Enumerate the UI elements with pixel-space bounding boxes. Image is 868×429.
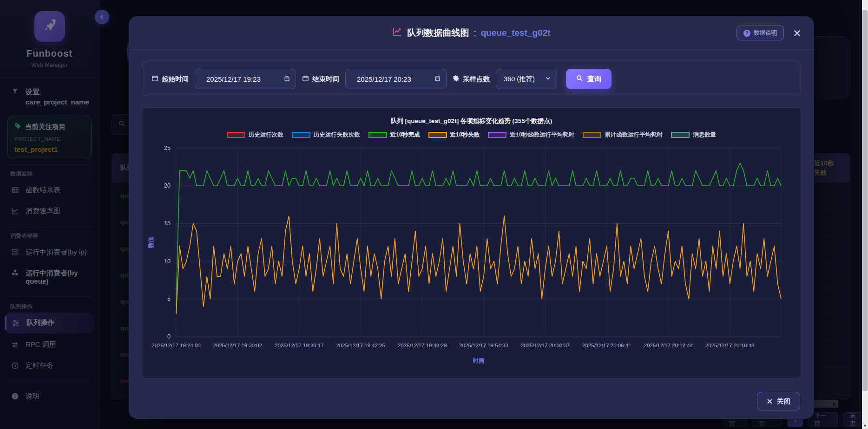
svg-text:15: 15 — [164, 220, 171, 227]
legend-item[interactable]: 历史运行失败次数 — [292, 131, 360, 139]
legend-color-box — [428, 132, 447, 138]
series-近10秒完成 — [176, 163, 781, 307]
legend-label: 历史运行失败次数 — [314, 131, 360, 139]
queue-name: queue_test_g02t — [481, 28, 551, 38]
chevron-down-icon — [545, 75, 551, 83]
start-time-input[interactable]: 2025/12/17 19:23 — [195, 69, 296, 89]
legend-color-box — [292, 132, 310, 138]
legend-color-box — [227, 132, 245, 138]
svg-text:0: 0 — [167, 333, 171, 340]
start-time-label: 起始时间 — [151, 75, 189, 84]
legend-item[interactable]: 累计函数运行平均耗时 — [583, 131, 663, 139]
svg-text:25: 25 — [164, 145, 171, 151]
end-time-label: 结束时间 — [302, 75, 339, 84]
svg-text:2025/12/17 20:12:44: 2025/12/17 20:12:44 — [644, 343, 693, 348]
legend-label: 消息数量 — [693, 131, 716, 139]
legend-color-box — [583, 132, 601, 138]
search-icon — [576, 75, 583, 83]
question-icon: ? — [743, 30, 750, 37]
svg-text:2025/12/17 19:48:29: 2025/12/17 19:48:29 — [397, 343, 447, 348]
modal-title: 队列数据曲线图: queue_test_g02t — [392, 26, 550, 39]
y-axis-title: 数值 — [148, 236, 154, 249]
legend-label: 历史运行次数 — [249, 131, 283, 139]
modal-close-button[interactable]: 关闭 — [757, 392, 800, 410]
close-icon[interactable] — [793, 29, 801, 37]
line-chart[interactable]: 05101520252025/12/17 19:24:002025/12/17 … — [146, 142, 797, 372]
modal-header: 队列数据曲线图: queue_test_g02t ? 数据说明 — [129, 16, 814, 50]
legend-item[interactable]: 近10秒完成 — [368, 131, 420, 139]
sample-points-select[interactable]: 360 (推荐) — [496, 69, 557, 89]
legend-color-box — [488, 132, 506, 138]
legend-label: 近10秒完成 — [390, 131, 420, 139]
gear-icon — [453, 75, 460, 83]
query-button[interactable]: 查询 — [566, 69, 612, 89]
calendar-icon — [302, 75, 309, 83]
chart-legend: 历史运行次数历史运行失败次数近10秒完成近10秒失败近10秒函数运行平均耗时累计… — [142, 131, 801, 139]
vscroll-down-arrow[interactable]: ▼ — [862, 423, 868, 428]
svg-text:10: 10 — [164, 258, 171, 265]
chart-icon — [392, 26, 402, 39]
svg-text:2025/12/17 20:18:48: 2025/12/17 20:18:48 — [705, 343, 754, 348]
x-axis-title: 时间 — [473, 358, 484, 364]
svg-text:2025/12/17 19:54:33: 2025/12/17 19:54:33 — [459, 343, 508, 348]
calendar-icon — [151, 75, 158, 83]
calendar-picker-icon[interactable] — [284, 75, 290, 83]
svg-text:2025/12/17 19:42:25: 2025/12/17 19:42:25 — [336, 343, 385, 348]
legend-label: 近10秒失败 — [450, 131, 480, 139]
chart-title: 队列 [queue_test_g02t] 各项指标变化趋势 (355个数据点) — [142, 117, 801, 125]
data-help-button[interactable]: ? 数据说明 — [736, 26, 784, 40]
series-近10秒失败 — [176, 216, 781, 314]
legend-item[interactable]: 历史运行次数 — [227, 131, 283, 139]
vscroll-thumb[interactable] — [862, 10, 868, 391]
legend-item[interactable]: 消息数量 — [671, 131, 716, 139]
end-time-input[interactable]: 2025/12/17 20:23 — [345, 69, 447, 89]
svg-text:2025/12/17 19:36:17: 2025/12/17 19:36:17 — [275, 343, 324, 348]
chart-panel: 队列 [queue_test_g02t] 各项指标变化趋势 (355个数据点) … — [142, 107, 801, 378]
svg-text:5: 5 — [167, 296, 171, 302]
svg-text:2025/12/17 19:30:02: 2025/12/17 19:30:02 — [213, 343, 262, 348]
queue-curve-modal: 队列数据曲线图: queue_test_g02t ? 数据说明 起始时间 — [129, 16, 814, 419]
svg-text:2025/12/17 20:06:41: 2025/12/17 20:06:41 — [582, 343, 631, 348]
vertical-scrollbar[interactable]: ▼ — [862, 0, 868, 429]
legend-color-box — [368, 132, 387, 138]
legend-item[interactable]: 近10秒失败 — [428, 131, 480, 139]
svg-text:2025/12/17 19:24:00: 2025/12/17 19:24:00 — [151, 343, 201, 348]
legend-label: 近10秒函数运行平均耗时 — [510, 131, 574, 139]
legend-item[interactable]: 近10秒函数运行平均耗时 — [488, 131, 574, 139]
filter-bar: 起始时间 2025/12/17 19:23 结束时间 2025/12/17 20… — [142, 62, 801, 96]
svg-text:2025/12/17 20:00:37: 2025/12/17 20:00:37 — [520, 343, 570, 348]
legend-label: 累计函数运行平均耗时 — [605, 131, 663, 139]
legend-color-box — [671, 132, 690, 138]
svg-text:20: 20 — [164, 182, 171, 189]
sample-points-label: 采样点数 — [453, 75, 490, 84]
app-root: Funboost Web Manager 设置 care_project_nam… — [0, 0, 868, 429]
calendar-picker-icon[interactable] — [434, 75, 441, 83]
